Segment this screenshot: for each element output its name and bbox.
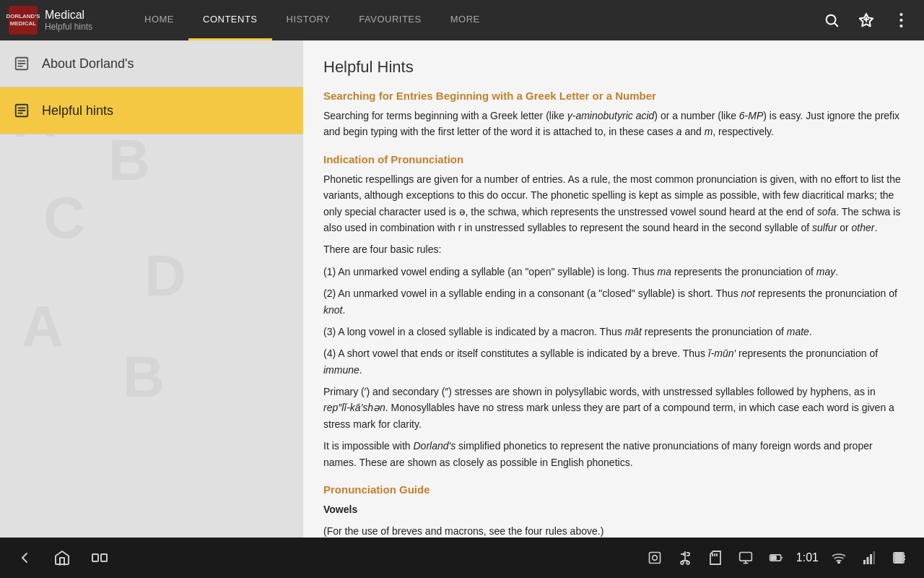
bottom-right-status: 1:01: [645, 548, 910, 568]
svg-point-19: [653, 556, 658, 561]
app-subtitle: Helpful hints: [45, 22, 92, 32]
svg-point-5: [899, 13, 902, 16]
signal-icon: [859, 548, 879, 568]
nfc-icon: [645, 548, 665, 568]
tab-favourites[interactable]: FAVOURITES: [344, 0, 435, 40]
svg-rect-40: [867, 557, 869, 564]
section-text-greek: Searching for terms beginning with a Gre…: [323, 108, 904, 140]
svg-rect-17: [101, 554, 107, 561]
tab-history[interactable]: HISTORY: [272, 0, 345, 40]
svg-point-38: [838, 561, 840, 564]
vowels-note: (For the use of breves and macrons, see …: [323, 523, 904, 538]
tab-home[interactable]: HOME: [130, 0, 188, 40]
nav-tabs: HOME CONTENTS HISTORY FAVOURITES MORE: [130, 0, 808, 40]
section-heading-pronunciation: Indication of Pronunciation: [323, 153, 904, 165]
section-text-pron-1: Phonetic respellings are given for a num…: [323, 171, 904, 236]
bottom-left-controls: [14, 548, 110, 568]
app-icon-area: DORLAND'SMEDICAL Medical Helpful hints: [0, 6, 130, 35]
time-display: 1:01: [796, 551, 819, 564]
back-icon[interactable]: [14, 548, 35, 568]
sidebar-item-about[interactable]: About Dorland's: [0, 40, 303, 87]
svg-rect-37: [771, 556, 776, 560]
sidebar-item-helpful-label: Helpful hints: [42, 103, 113, 118]
svg-point-22: [681, 561, 684, 564]
section-text-pron-3: (1) An unmarked vowel ending a syllable …: [323, 264, 904, 280]
section-text-pron-2: There are four basic rules:: [323, 241, 904, 257]
content-area: Helpful Hints Searching for Entries Begi…: [303, 40, 924, 538]
wifi-icon: [829, 548, 849, 568]
section-text-pron-4: (2) An unmarked vowel in a syllable endi…: [323, 285, 904, 318]
screen-icon: [736, 548, 756, 568]
svg-rect-46: [895, 554, 902, 561]
document-icon: [12, 53, 32, 74]
app-icon: DORLAND'SMEDICAL: [9, 6, 38, 35]
section-heading-greek: Searching for Entries Beginning with a G…: [323, 90, 904, 102]
sidebar-item-about-label: About Dorland's: [42, 56, 134, 72]
app-title: Medical: [45, 9, 92, 22]
svg-rect-41: [870, 554, 872, 564]
document-icon-2: [12, 100, 32, 121]
section-text-pron-5: (3) A long vowel in a closed syllable is…: [323, 324, 904, 340]
favourites-add-icon[interactable]: [855, 9, 878, 32]
top-bar: DORLAND'SMEDICAL Medical Helpful hints H…: [0, 0, 924, 40]
app-title-group: Medical Helpful hints: [45, 9, 92, 32]
section-text-pron-8: It is impossible with Dorland's simplifi…: [323, 438, 904, 470]
tab-more[interactable]: MORE: [436, 0, 494, 40]
battery-status-icon: [766, 548, 786, 568]
subsection-vowels-title: Vowels: [323, 501, 904, 517]
svg-point-7: [899, 25, 902, 27]
bottom-bar: 1:01: [0, 538, 924, 578]
battery-full-icon: [889, 548, 910, 568]
svg-line-1: [834, 23, 837, 26]
recents-icon[interactable]: [90, 548, 110, 568]
more-options-icon[interactable]: [889, 9, 912, 32]
main-area: A B C D A B About Dorland's: [0, 40, 924, 538]
sidebar: A B C D A B About Dorland's: [0, 40, 303, 538]
svg-point-23: [687, 561, 689, 564]
sidebar-items-container: About Dorland's Helpful hints: [0, 40, 303, 134]
section-text-pron-7: Primary (′) and secondary (″) stresses a…: [323, 384, 904, 432]
section-heading-guide: Pronunciation Guide: [323, 483, 904, 496]
search-icon[interactable]: [820, 9, 843, 32]
sidebar-item-helpful[interactable]: Helpful hints: [0, 87, 303, 134]
svg-rect-39: [863, 560, 866, 564]
section-text-pron-6: (4) A short vowel that ends or itself co…: [323, 345, 904, 378]
tab-contents[interactable]: CONTENTS: [188, 0, 272, 40]
svg-rect-16: [92, 554, 98, 561]
content-title: Helpful Hints: [323, 58, 904, 77]
top-bar-actions: [808, 9, 924, 32]
usb-icon: [675, 548, 695, 568]
svg-rect-18: [649, 553, 660, 564]
home-icon[interactable]: [52, 548, 72, 568]
svg-point-6: [899, 19, 902, 22]
svg-rect-32: [740, 553, 752, 561]
svg-rect-42: [873, 551, 876, 564]
sd-card-icon: [705, 548, 725, 568]
